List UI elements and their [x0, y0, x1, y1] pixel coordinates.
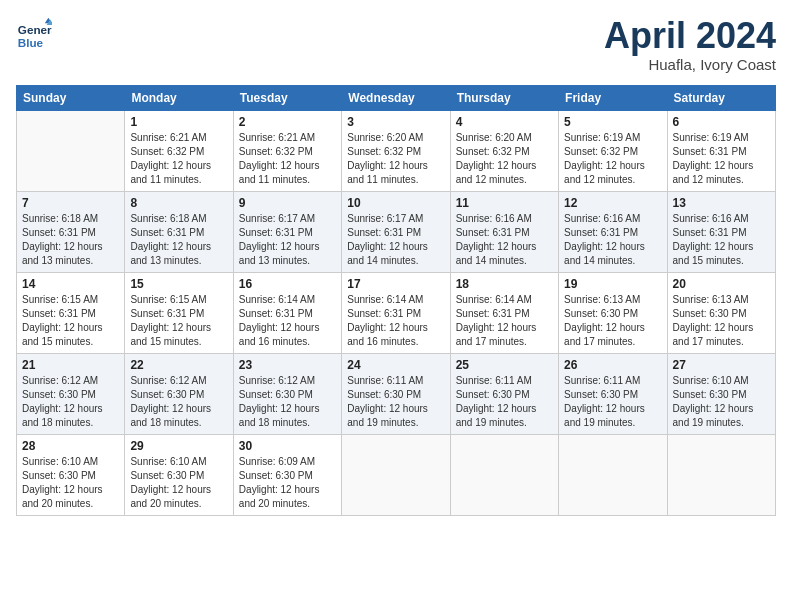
day-detail: Sunrise: 6:11 AM Sunset: 6:30 PM Dayligh…	[564, 374, 661, 430]
day-number: 10	[347, 196, 444, 210]
calendar-cell	[342, 434, 450, 515]
week-row-3: 14Sunrise: 6:15 AM Sunset: 6:31 PM Dayli…	[17, 272, 776, 353]
day-detail: Sunrise: 6:13 AM Sunset: 6:30 PM Dayligh…	[673, 293, 770, 349]
day-detail: Sunrise: 6:12 AM Sunset: 6:30 PM Dayligh…	[22, 374, 119, 430]
day-detail: Sunrise: 6:13 AM Sunset: 6:30 PM Dayligh…	[564, 293, 661, 349]
day-number: 5	[564, 115, 661, 129]
calendar-cell: 14Sunrise: 6:15 AM Sunset: 6:31 PM Dayli…	[17, 272, 125, 353]
day-number: 18	[456, 277, 553, 291]
calendar-cell: 10Sunrise: 6:17 AM Sunset: 6:31 PM Dayli…	[342, 191, 450, 272]
calendar-cell: 9Sunrise: 6:17 AM Sunset: 6:31 PM Daylig…	[233, 191, 341, 272]
calendar-cell: 15Sunrise: 6:15 AM Sunset: 6:31 PM Dayli…	[125, 272, 233, 353]
calendar-cell: 26Sunrise: 6:11 AM Sunset: 6:30 PM Dayli…	[559, 353, 667, 434]
day-detail: Sunrise: 6:16 AM Sunset: 6:31 PM Dayligh…	[456, 212, 553, 268]
calendar-cell: 19Sunrise: 6:13 AM Sunset: 6:30 PM Dayli…	[559, 272, 667, 353]
day-detail: Sunrise: 6:10 AM Sunset: 6:30 PM Dayligh…	[673, 374, 770, 430]
calendar-cell	[559, 434, 667, 515]
day-number: 19	[564, 277, 661, 291]
calendar-cell: 12Sunrise: 6:16 AM Sunset: 6:31 PM Dayli…	[559, 191, 667, 272]
day-detail: Sunrise: 6:17 AM Sunset: 6:31 PM Dayligh…	[347, 212, 444, 268]
calendar-cell: 27Sunrise: 6:10 AM Sunset: 6:30 PM Dayli…	[667, 353, 775, 434]
page-header: General Blue April 2024 Huafla, Ivory Co…	[16, 16, 776, 73]
day-detail: Sunrise: 6:18 AM Sunset: 6:31 PM Dayligh…	[130, 212, 227, 268]
day-detail: Sunrise: 6:15 AM Sunset: 6:31 PM Dayligh…	[130, 293, 227, 349]
weekday-header-sunday: Sunday	[17, 85, 125, 110]
calendar-cell: 28Sunrise: 6:10 AM Sunset: 6:30 PM Dayli…	[17, 434, 125, 515]
calendar-cell: 23Sunrise: 6:12 AM Sunset: 6:30 PM Dayli…	[233, 353, 341, 434]
day-detail: Sunrise: 6:14 AM Sunset: 6:31 PM Dayligh…	[239, 293, 336, 349]
day-detail: Sunrise: 6:12 AM Sunset: 6:30 PM Dayligh…	[130, 374, 227, 430]
calendar-cell: 2Sunrise: 6:21 AM Sunset: 6:32 PM Daylig…	[233, 110, 341, 191]
calendar-cell: 8Sunrise: 6:18 AM Sunset: 6:31 PM Daylig…	[125, 191, 233, 272]
day-number: 13	[673, 196, 770, 210]
day-number: 3	[347, 115, 444, 129]
week-row-1: 1Sunrise: 6:21 AM Sunset: 6:32 PM Daylig…	[17, 110, 776, 191]
day-number: 17	[347, 277, 444, 291]
calendar-cell: 11Sunrise: 6:16 AM Sunset: 6:31 PM Dayli…	[450, 191, 558, 272]
logo-icon: General Blue	[16, 16, 52, 52]
day-detail: Sunrise: 6:16 AM Sunset: 6:31 PM Dayligh…	[673, 212, 770, 268]
calendar-table: SundayMondayTuesdayWednesdayThursdayFrid…	[16, 85, 776, 516]
week-row-4: 21Sunrise: 6:12 AM Sunset: 6:30 PM Dayli…	[17, 353, 776, 434]
calendar-cell: 16Sunrise: 6:14 AM Sunset: 6:31 PM Dayli…	[233, 272, 341, 353]
day-number: 25	[456, 358, 553, 372]
day-number: 11	[456, 196, 553, 210]
calendar-cell: 21Sunrise: 6:12 AM Sunset: 6:30 PM Dayli…	[17, 353, 125, 434]
day-detail: Sunrise: 6:19 AM Sunset: 6:32 PM Dayligh…	[564, 131, 661, 187]
day-detail: Sunrise: 6:09 AM Sunset: 6:30 PM Dayligh…	[239, 455, 336, 511]
day-detail: Sunrise: 6:14 AM Sunset: 6:31 PM Dayligh…	[456, 293, 553, 349]
calendar-cell: 25Sunrise: 6:11 AM Sunset: 6:30 PM Dayli…	[450, 353, 558, 434]
day-detail: Sunrise: 6:18 AM Sunset: 6:31 PM Dayligh…	[22, 212, 119, 268]
day-number: 28	[22, 439, 119, 453]
day-number: 9	[239, 196, 336, 210]
day-number: 30	[239, 439, 336, 453]
logo: General Blue	[16, 16, 52, 52]
day-number: 22	[130, 358, 227, 372]
weekday-header-saturday: Saturday	[667, 85, 775, 110]
calendar-cell: 4Sunrise: 6:20 AM Sunset: 6:32 PM Daylig…	[450, 110, 558, 191]
day-detail: Sunrise: 6:14 AM Sunset: 6:31 PM Dayligh…	[347, 293, 444, 349]
day-number: 8	[130, 196, 227, 210]
calendar-cell: 22Sunrise: 6:12 AM Sunset: 6:30 PM Dayli…	[125, 353, 233, 434]
calendar-cell: 13Sunrise: 6:16 AM Sunset: 6:31 PM Dayli…	[667, 191, 775, 272]
day-detail: Sunrise: 6:20 AM Sunset: 6:32 PM Dayligh…	[456, 131, 553, 187]
day-detail: Sunrise: 6:11 AM Sunset: 6:30 PM Dayligh…	[347, 374, 444, 430]
day-detail: Sunrise: 6:17 AM Sunset: 6:31 PM Dayligh…	[239, 212, 336, 268]
weekday-header-row: SundayMondayTuesdayWednesdayThursdayFrid…	[17, 85, 776, 110]
weekday-header-monday: Monday	[125, 85, 233, 110]
weekday-header-tuesday: Tuesday	[233, 85, 341, 110]
calendar-cell	[667, 434, 775, 515]
calendar-cell: 24Sunrise: 6:11 AM Sunset: 6:30 PM Dayli…	[342, 353, 450, 434]
day-number: 23	[239, 358, 336, 372]
day-number: 16	[239, 277, 336, 291]
day-number: 6	[673, 115, 770, 129]
calendar-cell: 5Sunrise: 6:19 AM Sunset: 6:32 PM Daylig…	[559, 110, 667, 191]
day-number: 27	[673, 358, 770, 372]
day-detail: Sunrise: 6:12 AM Sunset: 6:30 PM Dayligh…	[239, 374, 336, 430]
day-number: 20	[673, 277, 770, 291]
week-row-5: 28Sunrise: 6:10 AM Sunset: 6:30 PM Dayli…	[17, 434, 776, 515]
week-row-2: 7Sunrise: 6:18 AM Sunset: 6:31 PM Daylig…	[17, 191, 776, 272]
day-detail: Sunrise: 6:21 AM Sunset: 6:32 PM Dayligh…	[130, 131, 227, 187]
day-number: 1	[130, 115, 227, 129]
day-number: 15	[130, 277, 227, 291]
day-detail: Sunrise: 6:10 AM Sunset: 6:30 PM Dayligh…	[22, 455, 119, 511]
calendar-cell	[17, 110, 125, 191]
day-number: 7	[22, 196, 119, 210]
day-detail: Sunrise: 6:20 AM Sunset: 6:32 PM Dayligh…	[347, 131, 444, 187]
weekday-header-thursday: Thursday	[450, 85, 558, 110]
calendar-cell: 6Sunrise: 6:19 AM Sunset: 6:31 PM Daylig…	[667, 110, 775, 191]
location: Huafla, Ivory Coast	[604, 56, 776, 73]
day-number: 12	[564, 196, 661, 210]
svg-text:Blue: Blue	[18, 36, 44, 49]
day-number: 24	[347, 358, 444, 372]
day-detail: Sunrise: 6:16 AM Sunset: 6:31 PM Dayligh…	[564, 212, 661, 268]
day-detail: Sunrise: 6:11 AM Sunset: 6:30 PM Dayligh…	[456, 374, 553, 430]
day-number: 29	[130, 439, 227, 453]
calendar-cell: 3Sunrise: 6:20 AM Sunset: 6:32 PM Daylig…	[342, 110, 450, 191]
calendar-cell	[450, 434, 558, 515]
title-block: April 2024 Huafla, Ivory Coast	[604, 16, 776, 73]
calendar-cell: 29Sunrise: 6:10 AM Sunset: 6:30 PM Dayli…	[125, 434, 233, 515]
calendar-cell: 17Sunrise: 6:14 AM Sunset: 6:31 PM Dayli…	[342, 272, 450, 353]
weekday-header-friday: Friday	[559, 85, 667, 110]
